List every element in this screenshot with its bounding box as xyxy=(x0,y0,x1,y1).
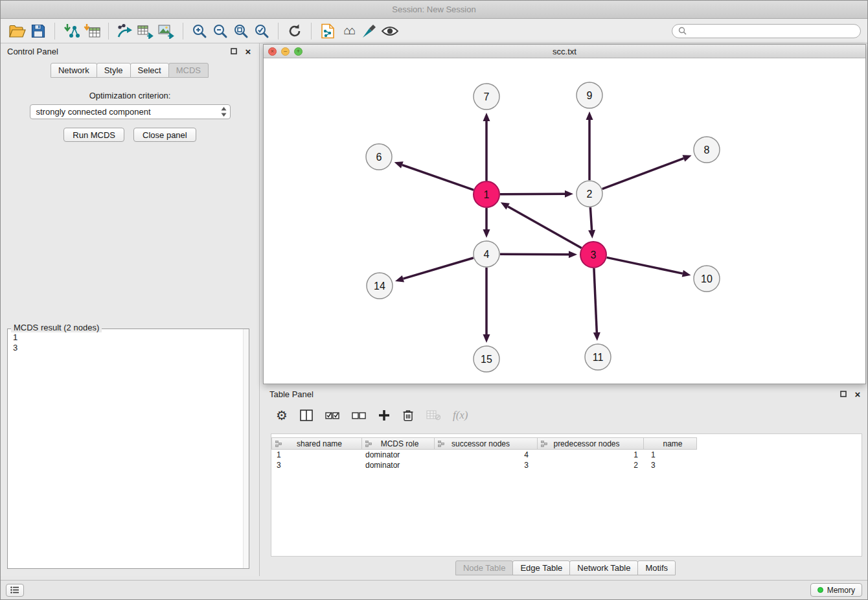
close-table-panel-button[interactable]: × xyxy=(853,389,862,398)
column-header-shared-name[interactable]: shared name xyxy=(271,437,362,450)
export-network-to-web-button[interactable] xyxy=(317,21,338,41)
zoom-fit-button[interactable] xyxy=(231,21,251,41)
table-row[interactable]: 1 dominator 4 1 1 xyxy=(271,450,862,460)
control-panel-tabs: Network Style Select MCDS xyxy=(1,63,259,78)
memory-button[interactable]: Memory xyxy=(810,583,862,597)
select-all-button[interactable] xyxy=(325,410,339,421)
close-window-button[interactable]: × xyxy=(268,47,277,56)
column-sort-icon xyxy=(365,441,372,447)
graph-node-label: 15 xyxy=(481,354,492,365)
column-header-mcds-role[interactable]: MCDS role xyxy=(361,437,435,450)
graph-node-label: 10 xyxy=(701,273,713,284)
tab-select[interactable]: Select xyxy=(130,63,169,78)
graph-edge-1-6[interactable] xyxy=(402,165,474,190)
graph-node-7[interactable]: 7 xyxy=(474,84,499,110)
refresh-button[interactable] xyxy=(284,21,305,41)
tab-motifs[interactable]: Motifs xyxy=(637,560,676,575)
graph-node-label: 1 xyxy=(484,189,490,200)
search-input[interactable] xyxy=(691,27,854,36)
zoom-out-button[interactable] xyxy=(210,21,231,41)
graph-node-8[interactable]: 8 xyxy=(694,137,720,163)
graph-edge-3-11[interactable] xyxy=(594,268,597,332)
result-scrollbar[interactable] xyxy=(243,329,249,568)
tab-node-table[interactable]: Node Table xyxy=(455,560,514,575)
network-canvas[interactable]: 7968124314101511 xyxy=(264,59,865,384)
float-panel-button[interactable] xyxy=(229,47,238,56)
network-window-title: scc.txt xyxy=(553,47,577,56)
window-controls: × – + xyxy=(268,47,303,56)
table-settings-button[interactable]: ⚙ xyxy=(276,409,288,422)
document-network-icon xyxy=(321,23,335,39)
maximize-window-button[interactable]: + xyxy=(294,47,303,56)
network-window-titlebar[interactable]: × – + scc.txt xyxy=(264,45,865,58)
apply-preferred-layout-button[interactable]: ⌂⌂ xyxy=(338,21,359,41)
tab-style[interactable]: Style xyxy=(97,63,131,78)
graph-node-4[interactable]: 4 xyxy=(474,241,499,267)
table-row[interactable]: 3 dominator 3 2 3 xyxy=(271,460,862,470)
graph-node-15[interactable]: 15 xyxy=(474,346,499,372)
graph-node-3[interactable]: 3 xyxy=(580,242,606,268)
column-header-successor-nodes[interactable]: successor nodes xyxy=(434,437,538,450)
export-network-button[interactable] xyxy=(115,21,135,41)
column-header-predecessor-nodes[interactable]: predecessor nodes xyxy=(537,437,644,450)
tab-network-table[interactable]: Network Table xyxy=(569,560,638,575)
graph-node-6[interactable]: 6 xyxy=(366,144,392,170)
float-table-panel-button[interactable] xyxy=(839,389,848,398)
graph-edge-3-10[interactable] xyxy=(607,257,683,273)
save-icon xyxy=(31,24,45,38)
function-builder-button[interactable]: f(x) xyxy=(453,409,468,422)
open-file-button[interactable] xyxy=(7,21,28,41)
list-icon xyxy=(10,586,19,594)
graph-edge-2-8[interactable] xyxy=(602,158,684,189)
toolbar-separator xyxy=(311,23,312,40)
zoom-in-button[interactable] xyxy=(189,21,210,41)
graph-node-2[interactable]: 2 xyxy=(577,181,602,207)
delete-table-icon xyxy=(426,410,440,421)
graph-node-label: 4 xyxy=(484,249,490,260)
style-button[interactable] xyxy=(359,21,380,41)
graph-node-10[interactable]: 10 xyxy=(694,266,720,292)
show-hide-graphics-details-button[interactable] xyxy=(380,21,400,41)
graph-node-11[interactable]: 11 xyxy=(585,344,611,370)
deselect-all-button[interactable] xyxy=(352,410,366,421)
import-network-button[interactable] xyxy=(61,21,82,41)
close-panel-button-secondary[interactable]: Close panel xyxy=(133,128,196,142)
mcds-result-box[interactable]: 1 3 xyxy=(7,329,249,569)
zoom-selected-button[interactable] xyxy=(251,21,272,41)
delete-row-button[interactable] xyxy=(402,409,414,422)
export-image-button[interactable] xyxy=(156,21,177,41)
column-header-name[interactable]: name xyxy=(643,437,697,450)
run-mcds-button[interactable]: Run MCDS xyxy=(63,128,124,142)
graph-edge-4-14[interactable] xyxy=(403,258,473,279)
toolbar-separator xyxy=(278,23,279,40)
window-title: Session: New Session xyxy=(392,5,475,14)
graph-edge-1-2[interactable] xyxy=(500,194,565,194)
home-home-icon: ⌂⌂ xyxy=(343,24,354,38)
import-network-icon xyxy=(63,23,80,39)
delete-table-button[interactable] xyxy=(426,410,440,421)
export-table-button[interactable] xyxy=(135,21,156,41)
show-columns-button[interactable] xyxy=(300,410,313,421)
graph-edge-3-1[interactable] xyxy=(508,207,582,248)
tab-network[interactable]: Network xyxy=(51,63,97,78)
graph-node-14[interactable]: 14 xyxy=(367,273,393,299)
import-table-button[interactable] xyxy=(82,21,102,41)
column-sort-icon xyxy=(438,441,445,447)
close-panel-button[interactable]: × xyxy=(244,47,253,56)
cell-name: 1 xyxy=(646,450,700,460)
graph-node-1[interactable]: 1 xyxy=(474,181,499,207)
minimize-window-button[interactable]: – xyxy=(281,47,290,56)
dropdown-selected-value: strongly connected component xyxy=(36,107,151,117)
search-box[interactable] xyxy=(672,24,861,38)
optimization-criterion-select[interactable]: strongly connected component xyxy=(30,104,231,119)
tab-edge-table[interactable]: Edge Table xyxy=(512,560,570,575)
task-history-button[interactable] xyxy=(6,584,24,597)
network-graph[interactable]: 7968124314101511 xyxy=(264,59,865,384)
graph-edge-4-3[interactable] xyxy=(500,254,569,255)
tab-mcds[interactable]: MCDS xyxy=(168,63,209,78)
graph-edge-2-3[interactable] xyxy=(590,207,591,230)
save-session-button[interactable] xyxy=(28,21,49,41)
graph-node-9[interactable]: 9 xyxy=(577,82,602,108)
graph-node-label: 3 xyxy=(591,249,597,260)
add-row-button[interactable] xyxy=(378,410,390,421)
